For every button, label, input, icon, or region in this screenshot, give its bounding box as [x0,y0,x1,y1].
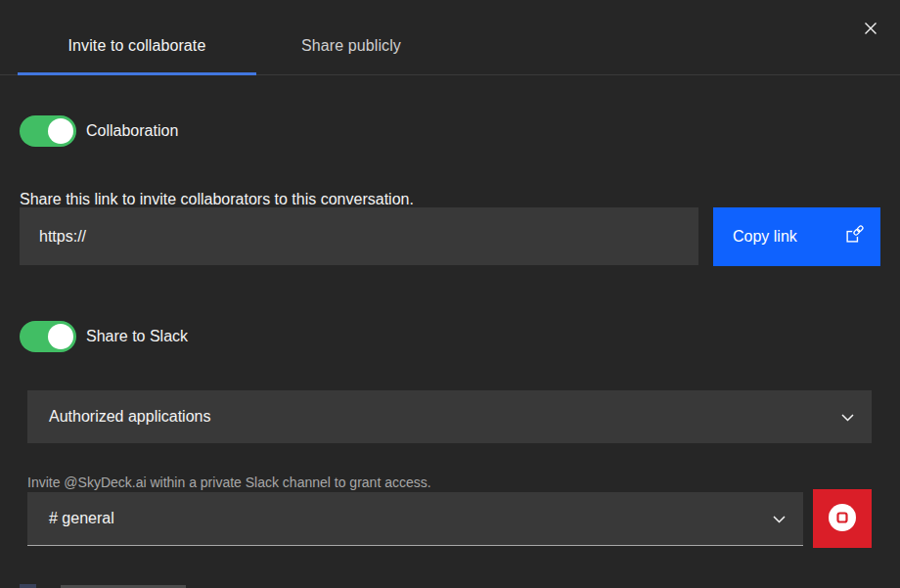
stop-icon [828,503,857,535]
chevron-down-icon [841,408,854,426]
collaboration-label: Collaboration [86,122,178,140]
slack-channel-dropdown[interactable]: # general [27,492,803,546]
tab-share-publicly[interactable]: Share publicly [256,0,446,75]
copy-link-button[interactable]: Copy link [713,207,880,266]
slack-channel-value: # general [49,510,114,527]
close-icon [863,21,878,39]
tab-bar: Invite to collaborate Share publicly [0,0,900,75]
copy-link-icon [843,224,865,249]
share-link-description: Share this link to invite collaborators … [20,190,414,208]
toggle-knob [48,324,73,349]
tab-label: Invite to collaborate [68,37,206,55]
clipped-bottom-row [20,584,36,588]
toggle-knob [48,118,73,144]
tab-label: Share publicly [301,37,401,55]
tab-invite-to-collaborate[interactable]: Invite to collaborate [18,0,256,75]
share-to-slack-label: Share to Slack [86,328,188,345]
close-button[interactable] [855,14,886,45]
authorized-applications-value: Authorized applications [49,408,210,426]
chevron-down-icon [773,510,786,527]
stop-sharing-button[interactable] [813,489,872,548]
share-link-input[interactable] [20,207,698,265]
share-to-slack-toggle[interactable] [20,321,76,352]
collaboration-toggle-row: Collaboration [20,115,178,147]
collaboration-toggle[interactable] [20,115,76,147]
authorized-applications-dropdown[interactable]: Authorized applications [27,390,872,443]
share-dialog: Invite to collaborate Share publicly Col… [0,0,900,588]
slack-helper-text: Invite @SkyDeck.ai within a private Slac… [27,474,431,491]
slack-toggle-row: Share to Slack [20,321,188,352]
copy-link-label: Copy link [733,228,797,246]
